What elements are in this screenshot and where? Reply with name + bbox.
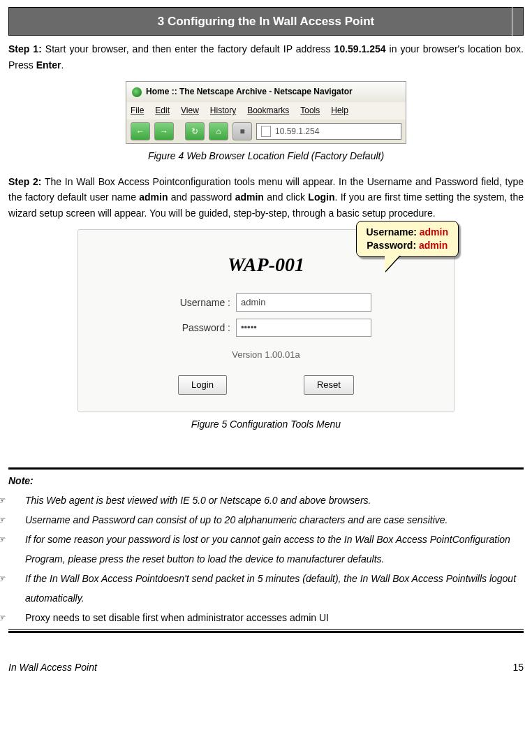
divider-mid <box>8 629 524 630</box>
login-figure: Username: admin Password: admin WAP-001 … <box>77 229 455 412</box>
username-input[interactable]: admin <box>236 293 371 312</box>
forward-button[interactable]: → <box>154 122 174 140</box>
step-2-label: Step 2: <box>8 176 42 187</box>
stop-button[interactable]: ■ <box>232 122 252 140</box>
step-1-period: . <box>61 59 64 71</box>
menu-help[interactable]: Help <box>331 104 348 117</box>
hand-icon: ☞ <box>11 569 25 588</box>
password-input[interactable]: ••••• <box>236 319 371 337</box>
note-block: Note: ☞This Web agent is best viewed wit… <box>8 471 524 627</box>
netscape-icon <box>132 87 142 97</box>
step-2: Step 2: The In Wall Box Access Pointconf… <box>8 174 524 221</box>
footer-left: In Wall Access Point <box>8 660 97 675</box>
note-heading: Note: <box>8 475 34 486</box>
step-2-text-b: and password <box>168 191 235 203</box>
step-2-text-c: and click <box>264 191 308 203</box>
menu-file[interactable]: File <box>131 104 144 117</box>
note-item-5: ☞Proxy needs to set disable first when a… <box>8 608 524 627</box>
step-1-text-a: Start your browser, and then enter the f… <box>42 43 334 54</box>
browser-navbar: ← → ↻ ⌂ ■ 10.59.1.254 <box>126 119 406 143</box>
reset-button[interactable]: Reset <box>304 375 354 395</box>
reload-button[interactable]: ↻ <box>185 122 205 140</box>
button-row: Login Reset <box>92 375 440 395</box>
step-2-login: Login <box>308 191 334 203</box>
callout-pass-label: Password: <box>367 240 419 251</box>
step-1-label: Step 1: <box>8 43 42 54</box>
step-2-admin1: admin <box>139 191 168 203</box>
back-button[interactable]: ← <box>131 122 150 140</box>
note-item-3: ☞If for some reason your password is los… <box>8 530 524 569</box>
hand-icon: ☞ <box>11 490 25 510</box>
divider-top <box>8 467 524 470</box>
step-1-enter: Enter <box>36 59 61 71</box>
browser-title: Home :: The Netscape Archive - Netscape … <box>146 85 353 99</box>
callout-user-label: Username: <box>367 226 420 238</box>
step-2-admin2: admin <box>235 191 264 203</box>
note-item-1: ☞This Web agent is best viewed with IE 5… <box>8 490 524 510</box>
section-title: 3 Configuring the In Wall Access Point <box>158 15 374 28</box>
step-1: Step 1: Start your browser, and then ent… <box>8 41 524 73</box>
menu-bookmarks[interactable]: Bookmarks <box>247 104 289 117</box>
figure-4-caption: Figure 4 Web Browser Location Field (Fac… <box>8 148 524 163</box>
login-button[interactable]: Login <box>178 375 227 395</box>
hand-icon: ☞ <box>11 608 25 627</box>
browser-screenshot: Home :: The Netscape Archive - Netscape … <box>126 81 406 144</box>
menu-history[interactable]: History <box>210 104 236 117</box>
menu-tools[interactable]: Tools <box>300 104 320 117</box>
address-value: 10.59.1.254 <box>275 125 319 138</box>
hand-icon: ☞ <box>11 530 25 549</box>
callout-tail-icon <box>385 255 400 272</box>
menu-view[interactable]: View <box>181 104 199 117</box>
browser-menubar[interactable]: File Edit View History Bookmarks Tools H… <box>126 102 406 119</box>
note-item-4: ☞If the In Wall Box Access Pointdoesn't … <box>8 569 524 608</box>
home-button[interactable]: ⌂ <box>209 122 228 140</box>
username-row: Username : admin <box>92 293 440 312</box>
menu-edit[interactable]: Edit <box>155 104 170 117</box>
hand-icon: ☞ <box>11 510 25 530</box>
figure-5-caption: Figure 5 Configuration Tools Menu <box>8 416 524 432</box>
version-text: Version 1.00.01a <box>92 348 440 363</box>
callout-user-val: admin <box>420 226 448 238</box>
credentials-callout: Username: admin Password: admin <box>356 221 459 257</box>
divider-bottom <box>8 631 524 633</box>
password-row: Password : ••••• <box>92 319 440 337</box>
page-icon <box>261 126 271 137</box>
password-label: Password : <box>161 320 230 335</box>
browser-titlebar: Home :: The Netscape Archive - Netscape … <box>126 82 406 102</box>
page-number: 15 <box>512 660 524 675</box>
username-label: Username : <box>161 295 230 310</box>
callout-pass-val: admin <box>419 240 448 251</box>
address-bar[interactable]: 10.59.1.254 <box>256 123 401 140</box>
note-item-2: ☞Username and Password can consist of up… <box>8 510 524 530</box>
step-1-ip: 10.59.1.254 <box>334 43 386 54</box>
section-header: 3 Configuring the In Wall Access Point <box>8 7 524 36</box>
page-footer: In Wall Access Point 15 <box>8 660 524 675</box>
